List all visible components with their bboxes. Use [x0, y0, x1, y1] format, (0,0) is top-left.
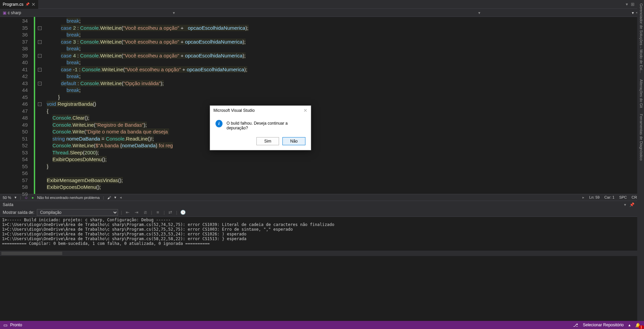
output-source-select[interactable]: Compilação	[37, 209, 118, 216]
tool-window-tab[interactable]: Alterações do Git	[638, 78, 643, 109]
code-content[interactable]: break; case 2 : Console.WriteLine("Você …	[34, 17, 644, 194]
navigation-breadcrumb: ▣ c sharp ▾ ▾ ▾ ✚	[0, 9, 644, 17]
editor-status-strip: 50 % ▾ | ☺ ● Não foi encontrado nenhum p…	[0, 194, 644, 201]
repo-dropdown-icon[interactable]: ▴	[628, 323, 630, 327]
health-check-icon: ●	[31, 196, 34, 200]
dialog-yes-button[interactable]: Sim	[256, 137, 279, 145]
window-split-icon[interactable]: ⊞	[631, 2, 635, 7]
error-badge: 1	[639, 325, 644, 329]
close-icon[interactable]: ✕	[31, 2, 36, 7]
build-failed-dialog: Microsoft Visual Studio ✕ i O build falh…	[210, 105, 311, 150]
file-tab-program[interactable]: Program.cs 📌 ✕	[0, 0, 38, 9]
next-message-icon[interactable]: ⇥	[134, 210, 140, 215]
output-panel-title: Saída	[3, 202, 13, 207]
prev-message-icon[interactable]: ⇤	[125, 210, 131, 215]
cursor-line: Ln: 59	[589, 195, 600, 200]
hscroll-right-icon[interactable]: ▸	[582, 195, 584, 200]
clear-output-icon[interactable]: ⎚	[142, 210, 148, 215]
fold-toggle-icon[interactable]: −	[38, 26, 42, 30]
source-control-icon[interactable]: ⎇	[573, 323, 578, 328]
brush-dropdown-icon[interactable]: ▾	[114, 195, 116, 200]
info-icon: i	[215, 120, 223, 127]
fold-toggle-icon[interactable]: −	[38, 68, 42, 72]
code-editor[interactable]: 3435363738394041424344454647484950515253…	[0, 17, 644, 194]
panel-pin-icon[interactable]: 📌	[629, 202, 635, 207]
tab-dropdown-icon[interactable]: ▾	[626, 2, 628, 7]
tool-window-tab[interactable]: Gerenciador de Soluções – Modo de Exi...	[638, 2, 643, 75]
output-toolbar: Mostrar saída de: Compilação | ⇤ ⇥ ⎚ | ≡…	[0, 208, 644, 217]
document-tab-bar: Program.cs 📌 ✕ ▾ ⊞ ⚙	[0, 0, 644, 9]
dialog-message: O build falhou. Deseja continuar a depur…	[227, 120, 305, 130]
tool-window-tab[interactable]: Ferramentas de Diagnóstico	[638, 112, 643, 162]
dialog-no-button[interactable]: Não	[282, 137, 305, 145]
ide-status-bar: ▭ Pronto ⎇ Selecionar Repositório ▴ 🔔 1	[0, 321, 644, 329]
brush-icon[interactable]: 🖌	[107, 196, 111, 200]
problems-status[interactable]: Não foi encontrado nenhum problema	[37, 196, 100, 200]
panel-dropdown-icon[interactable]: ▾	[624, 202, 626, 207]
breadcrumb-project[interactable]: c sharp	[8, 10, 21, 15]
scrollbar-thumb[interactable]	[1, 252, 62, 255]
cursor-col: Car: 1	[604, 195, 615, 200]
word-wrap-icon[interactable]: ≡	[155, 210, 161, 215]
collapsed-tool-windows: Gerenciador de Soluções – Modo de Exi...…	[637, 0, 644, 329]
output-panel-header: Saída ▾ 📌 ✕	[0, 201, 644, 208]
fold-toggle-icon[interactable]: −	[38, 82, 42, 85]
fold-toggle-icon[interactable]: −	[38, 102, 42, 106]
timestamp-icon[interactable]: 🕓	[180, 210, 186, 215]
fold-toggle-icon[interactable]: −	[38, 54, 42, 58]
output-source-label: Mostrar saída de:	[3, 210, 34, 215]
status-box-icon[interactable]: ▭	[3, 323, 7, 328]
output-horizontal-scrollbar[interactable]	[0, 251, 644, 256]
modification-indicator	[34, 17, 35, 194]
breadcrumb-member-dropdown[interactable]: ▾	[478, 10, 480, 15]
repo-selector[interactable]: Selecionar Repositório	[583, 323, 624, 327]
csharp-icon: ▣	[3, 10, 6, 15]
indent-mode[interactable]: SPC	[619, 195, 627, 200]
notifications-button[interactable]: 🔔 1	[635, 323, 641, 328]
output-text[interactable]: 1>------ Build iniciado: projeto: c shar…	[0, 217, 644, 251]
dialog-close-icon[interactable]: ✕	[303, 108, 307, 113]
status-ready: Pronto	[10, 323, 22, 327]
toggle-icon[interactable]: ⇄	[167, 210, 174, 215]
tab-filename: Program.cs	[3, 2, 23, 7]
hscroll-left-icon[interactable]: ◂	[120, 195, 122, 200]
line-number-gutter: 3435363738394041424344454647484950515253…	[0, 17, 34, 194]
fold-toggle-icon[interactable]: −	[38, 40, 42, 44]
breadcrumb-scope-dropdown[interactable]: ▾	[173, 10, 175, 15]
dialog-title: Microsoft Visual Studio	[213, 108, 255, 113]
pin-icon[interactable]: 📌	[25, 2, 29, 6]
